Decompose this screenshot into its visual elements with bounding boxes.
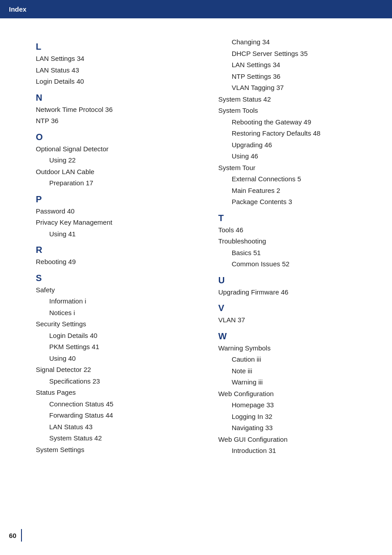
index-entry: Information i <box>49 295 200 307</box>
index-entry: Tools 46 <box>218 224 374 236</box>
index-entry: Status Pages <box>36 387 200 398</box>
index-entry: DHCP Server Settings 35 <box>232 48 374 60</box>
index-entry: NTP Settings 36 <box>232 71 374 82</box>
index-entry: Warning iii <box>232 376 374 388</box>
index-entry: External Connections 5 <box>232 173 374 185</box>
index-entry: NTP 36 <box>36 115 200 127</box>
index-entry: LAN Settings 34 <box>36 53 200 64</box>
index-entry: Common Issues 52 <box>232 258 374 270</box>
section-letter-w: W <box>218 331 374 342</box>
index-entry: Signal Detector 22 <box>36 364 200 376</box>
index-entry: System Settings <box>36 444 200 456</box>
section-letter-n: N <box>36 93 200 103</box>
index-entry: Notices i <box>49 307 200 319</box>
index-entry: Navigating 33 <box>232 422 374 434</box>
index-entry: Preparation 17 <box>49 177 200 189</box>
index-entry: Package Contents 3 <box>232 196 374 208</box>
section-letter-t: T <box>218 213 374 223</box>
index-entry: Login Details 40 <box>36 76 200 87</box>
index-entry: Note iii <box>232 365 374 377</box>
index-entry: Using 46 <box>232 150 374 162</box>
section-letter-o: O <box>36 132 200 142</box>
index-entry: Login Details 40 <box>49 330 200 342</box>
index-entry: Using 22 <box>49 154 200 166</box>
index-entry: Connection Status 45 <box>49 398 200 410</box>
index-entry: Upgrading Firmware 46 <box>218 286 374 298</box>
index-entry: Outdoor LAN Cable <box>36 166 200 178</box>
index-entry: Using 41 <box>49 228 200 240</box>
index-entry: Changing 34 <box>232 36 374 48</box>
footer-divider <box>21 529 22 542</box>
header-title: Index <box>9 5 26 13</box>
index-entry: Safety <box>36 284 200 296</box>
index-entry: Password 40 <box>36 205 200 217</box>
index-entry: Security Settings <box>36 318 200 330</box>
index-entry: Basics 51 <box>232 247 374 259</box>
index-entry: Specifications 23 <box>49 376 200 387</box>
index-entry: Rebooting 49 <box>36 256 200 268</box>
index-entry: Main Features 2 <box>232 185 374 196</box>
section-letter-u: U <box>218 275 374 286</box>
page-header: Index <box>0 0 392 18</box>
index-entry: Restoring Factory Defaults 48 <box>232 128 374 139</box>
index-entry: PKM Settings 41 <box>49 341 200 353</box>
index-entry: VLAN Tagging 37 <box>232 82 374 94</box>
index-entry: LAN Status 43 <box>49 421 200 433</box>
index-entry: Forwarding Status 44 <box>49 410 200 421</box>
index-entry: Caution iii <box>232 354 374 365</box>
index-entry: Logging In 32 <box>232 411 374 423</box>
index-entry: Introduction 31 <box>232 445 374 457</box>
main-content: LLAN Settings 34LAN Status 43Login Detai… <box>0 18 392 474</box>
page-number: 60 <box>9 532 17 539</box>
index-entry: Rebooting the Gateway 49 <box>232 116 374 128</box>
index-entry: System Tour <box>218 162 374 174</box>
index-entry: Upgrading 46 <box>232 139 374 151</box>
section-letter-p: P <box>36 194 200 205</box>
index-entry: Troubleshooting <box>218 235 374 247</box>
index-entry: Using 40 <box>49 353 200 364</box>
left-column: LLAN Settings 34LAN Status 43Login Detai… <box>36 36 209 457</box>
section-letter-l: L <box>36 42 200 52</box>
index-entry: System Tools <box>218 105 374 116</box>
index-entry: Web Configuration <box>218 388 374 400</box>
index-entry: LAN Status 43 <box>36 64 200 76</box>
section-letter-v: V <box>218 303 374 313</box>
index-entry: Warning Symbols <box>218 342 374 354</box>
index-entry: LAN Settings 34 <box>232 59 374 71</box>
right-column: Changing 34DHCP Server Settings 35LAN Se… <box>209 36 374 457</box>
index-entry: Homepage 33 <box>232 399 374 411</box>
index-entry: Optional Signal Detector <box>36 143 200 155</box>
index-entry: Network Time Protocol 36 <box>36 104 200 115</box>
section-letter-r: R <box>36 245 200 255</box>
index-entry: Privacy Key Management <box>36 217 200 228</box>
index-entry: System Status 42 <box>49 432 200 444</box>
index-entry: Web GUI Configuration <box>218 434 374 445</box>
page-footer: 60 <box>9 529 22 542</box>
index-entry: VLAN 37 <box>218 314 374 326</box>
index-entry: System Status 42 <box>218 94 374 105</box>
section-letter-s: S <box>36 273 200 283</box>
